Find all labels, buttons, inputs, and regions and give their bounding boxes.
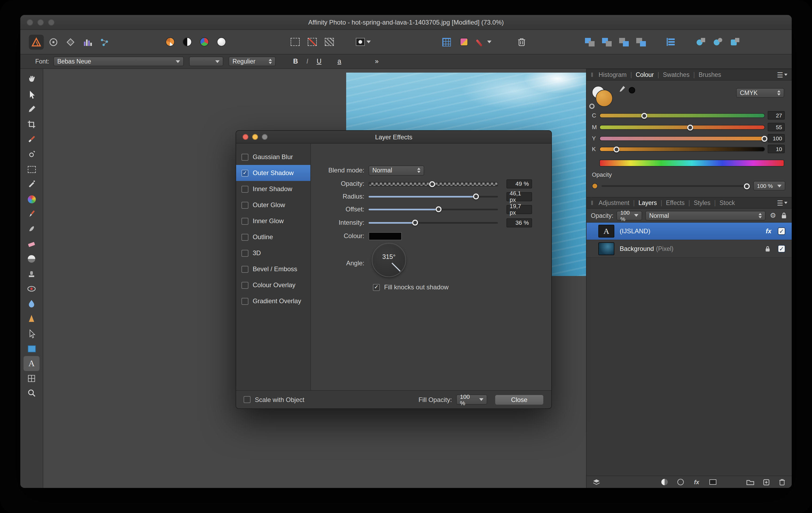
layer-name[interactable]: Background(Pixel) (620, 245, 764, 252)
effect-checkbox[interactable] (241, 202, 249, 208)
layer-name[interactable]: (IJSLAND) (620, 228, 766, 235)
magenta-value[interactable]: 55 (768, 123, 785, 131)
effect-checkbox[interactable] (241, 249, 249, 256)
black-colour-swatch[interactable] (629, 87, 635, 93)
tab-stock[interactable]: Stock (719, 200, 736, 206)
tab-effects[interactable]: Effects (665, 200, 686, 206)
yellow-value[interactable]: 100 (768, 134, 785, 143)
add-mask-button[interactable] (708, 478, 717, 486)
lock-button[interactable] (781, 211, 787, 219)
group-layers-button[interactable] (746, 478, 754, 486)
tab-styles[interactable]: Styles (693, 200, 712, 206)
angle-dial[interactable]: 315° (372, 243, 406, 277)
photo-persona-button[interactable] (28, 33, 45, 51)
effect-checkbox[interactable] (241, 298, 249, 305)
layer-thumbnail[interactable]: A (598, 225, 614, 238)
colour-opacity-combo[interactable]: 100 % (753, 181, 785, 190)
effect-checkbox[interactable] (241, 266, 249, 273)
arrange-to-front-button[interactable] (581, 33, 598, 51)
slider-knob[interactable] (473, 193, 479, 200)
panel-drag-handle-icon[interactable]: ‖ (591, 200, 594, 206)
show-grid-button[interactable] (438, 33, 455, 51)
layers-empty-area[interactable] (586, 258, 792, 476)
radius-value[interactable]: 46,1 px (506, 192, 532, 201)
arrange-forward-button[interactable] (598, 33, 615, 51)
fill-colour-swatch[interactable] (596, 90, 613, 107)
panel-menu-button[interactable]: ☰ (777, 199, 787, 207)
view-tool[interactable] (24, 72, 39, 87)
move-tool[interactable] (24, 87, 39, 102)
offset-slider[interactable] (369, 206, 498, 213)
colour-mode-combo[interactable]: CMYK (736, 88, 784, 98)
dodge-brush-tool[interactable] (24, 251, 39, 266)
bold-button[interactable]: B (290, 57, 301, 66)
effect-checkbox[interactable] (241, 234, 249, 240)
blemish-removal-tool[interactable] (24, 147, 39, 162)
scale-with-object-checkbox[interactable] (243, 396, 251, 403)
fill-knocks-checkbox[interactable]: ✓ (373, 284, 380, 291)
layer-visibility-checkbox[interactable]: ✓ (778, 228, 785, 235)
effect-bevel-emboss[interactable]: Bevel / Emboss (236, 261, 310, 277)
effect-outer-shadow[interactable]: ✓Outer Shadow (236, 165, 310, 181)
slider-knob[interactable] (761, 135, 767, 142)
blend-options-button[interactable]: ⚙ (769, 211, 777, 220)
opacity-slider[interactable] (369, 180, 498, 187)
font-family-combo[interactable]: Bebas Neue (53, 57, 184, 66)
tab-adjustment[interactable]: Adjustment (598, 200, 630, 206)
black-value[interactable]: 10 (768, 145, 785, 153)
italic-button[interactable]: I (301, 57, 313, 66)
arrange-backward-button[interactable] (615, 33, 633, 51)
effect-checkbox[interactable] (241, 217, 249, 224)
mesh-warp-tool[interactable] (24, 371, 39, 386)
alignment-button[interactable] (662, 33, 679, 51)
tab-colour[interactable]: Colour (635, 71, 655, 78)
paint-brush-tool[interactable] (24, 207, 39, 221)
snapping-button[interactable] (455, 33, 472, 51)
slider-knob[interactable] (613, 146, 619, 152)
zoom-tool[interactable] (24, 386, 39, 401)
magenta-slider[interactable] (599, 125, 765, 130)
sharpen-brush-tool[interactable] (24, 311, 39, 326)
flood-select-tool[interactable] (24, 177, 39, 192)
add-layer-button[interactable] (762, 478, 770, 486)
auto-white-balance-button[interactable] (213, 33, 230, 51)
colour-opacity-slider[interactable] (602, 185, 747, 187)
selection-marquee-button[interactable] (286, 33, 303, 51)
intensity-value[interactable]: 36 % (506, 218, 532, 227)
healing-brush-tool[interactable] (24, 132, 39, 147)
cyan-value[interactable]: 27 (768, 111, 785, 120)
rectangle-tool[interactable] (24, 341, 39, 356)
effect-colour-overlay[interactable]: Colour Overlay (236, 277, 310, 293)
layer-visibility-checkbox[interactable]: ✓ (778, 245, 785, 252)
effect-outer-glow[interactable]: Outer Glow (236, 197, 310, 213)
fill-opacity-combo[interactable]: 100 % (456, 394, 487, 404)
slider-knob[interactable] (412, 220, 418, 225)
layers-stack-button[interactable] (592, 478, 601, 486)
yellow-slider[interactable] (599, 136, 765, 141)
effect-outline[interactable]: Outline (236, 229, 310, 245)
layer-blend-combo[interactable]: Normal (645, 211, 765, 220)
no-colour-icon[interactable] (589, 103, 594, 109)
node-tool[interactable] (24, 326, 39, 341)
smudge-tool[interactable] (24, 221, 39, 237)
panel-drag-handle-icon[interactable]: ‖ (591, 71, 594, 78)
slider-knob[interactable] (429, 181, 435, 187)
selection-brush-tool[interactable] (24, 192, 39, 207)
develop-persona-button[interactable] (62, 33, 79, 51)
deselect-button[interactable] (303, 33, 321, 51)
offset-value[interactable]: 19,7 px (506, 205, 532, 214)
tone-mapping-persona-button[interactable] (79, 33, 96, 51)
typography-button[interactable]: a (334, 57, 345, 66)
colour-spectrum-bar[interactable] (599, 160, 784, 167)
liquify-persona-button[interactable] (45, 33, 62, 51)
layer-thumbnail[interactable] (598, 242, 614, 255)
auto-colours-button[interactable] (196, 33, 213, 51)
add-live-filter-button[interactable] (676, 478, 685, 486)
effect-checkbox[interactable] (241, 153, 249, 160)
blend-mode-combo[interactable]: Normal (369, 165, 424, 175)
underline-button[interactable]: U (313, 57, 325, 66)
layer-effects-button[interactable]: fx (692, 478, 701, 486)
auto-contrast-button[interactable] (178, 33, 196, 51)
erase-brush-tool[interactable] (24, 237, 39, 251)
effect-gradient-overlay[interactable]: Gradient Overlay (236, 293, 310, 309)
